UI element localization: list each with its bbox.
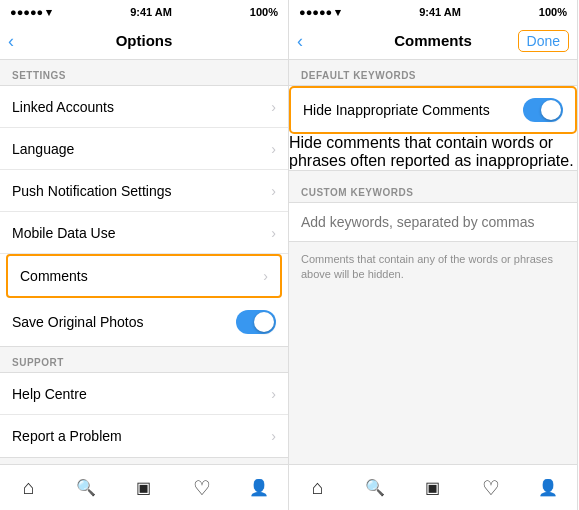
chevron-icon: › <box>271 386 276 402</box>
search-icon: 🔍 <box>76 478 96 497</box>
nav-title-right: Comments <box>394 32 472 49</box>
nav-title-left: Options <box>116 32 173 49</box>
options-panel: ●●●●● ▾ 9:41 AM 100% ‹ Options SETTINGS … <box>0 0 289 510</box>
chevron-icon: › <box>271 183 276 199</box>
default-keywords-section: Hide Inappropriate Comments Hide comment… <box>289 85 577 171</box>
chevron-icon: › <box>263 268 268 284</box>
help-centre-row[interactable]: Help Centre › <box>0 373 288 415</box>
report-problem-row[interactable]: Report a Problem › <box>0 415 288 457</box>
settings-list-support: Help Centre › Report a Problem › <box>0 372 288 458</box>
home-icon: ⌂ <box>23 476 35 499</box>
tab-search-left[interactable]: 🔍 <box>58 465 116 510</box>
hide-inappropriate-row[interactable]: Hide Inappropriate Comments <box>289 86 577 134</box>
back-button-right[interactable]: ‹ <box>297 32 303 50</box>
nav-bar-right: ‹ Comments Done <box>289 22 577 60</box>
chevron-icon: › <box>271 141 276 157</box>
status-bar-left: ●●●●● ▾ 9:41 AM 100% <box>0 0 288 22</box>
comments-content: DEFAULT KEYWORDS Hide Inappropriate Comm… <box>289 60 577 464</box>
keyword-input-field[interactable] <box>301 214 565 230</box>
settings-section-header: SETTINGS <box>0 60 288 85</box>
default-keywords-header: DEFAULT KEYWORDS <box>289 60 577 85</box>
chevron-icon: › <box>271 225 276 241</box>
footer-info: Comments that contain any of the words o… <box>289 242 577 293</box>
hide-inappropriate-toggle[interactable] <box>523 98 563 122</box>
help-centre-label: Help Centre <box>12 386 87 402</box>
tab-profile-right[interactable]: 👤 <box>519 465 577 510</box>
nav-bar-left: ‹ Options <box>0 22 288 60</box>
support-section-header: SUPPORT <box>0 347 288 372</box>
home-icon-right: ⌂ <box>312 476 324 499</box>
camera-icon: ▣ <box>136 478 151 497</box>
save-photos-label: Save Original Photos <box>12 314 144 330</box>
camera-icon-right: ▣ <box>425 478 440 497</box>
linked-accounts-label: Linked Accounts <box>12 99 114 115</box>
chevron-icon: › <box>271 428 276 444</box>
hide-inappropriate-label: Hide Inappropriate Comments <box>303 102 490 118</box>
tab-bar-right: ⌂ 🔍 ▣ ♡ 👤 <box>289 464 577 510</box>
toggle-thumb-right <box>541 100 561 120</box>
comments-label: Comments <box>20 268 88 284</box>
mobile-data-label: Mobile Data Use <box>12 225 116 241</box>
push-notifications-label: Push Notification Settings <box>12 183 172 199</box>
signal-icon: ●●●●● ▾ <box>10 6 52 19</box>
hide-inappropriate-sublabel: Hide comments that contain words or phra… <box>289 134 577 170</box>
status-bar-right: ●●●●● ▾ 9:41 AM 100% <box>289 0 577 22</box>
search-icon-right: 🔍 <box>365 478 385 497</box>
comments-panel: ●●●●● ▾ 9:41 AM 100% ‹ Comments Done DEF… <box>289 0 578 510</box>
tab-home-right[interactable]: ⌂ <box>289 465 347 510</box>
save-photos-row[interactable]: Save Original Photos <box>0 298 288 346</box>
battery-right: 100% <box>539 6 567 18</box>
keyword-input-section <box>289 202 577 242</box>
language-row[interactable]: Language › <box>0 128 288 170</box>
mobile-data-row[interactable]: Mobile Data Use › <box>0 212 288 254</box>
push-notifications-row[interactable]: Push Notification Settings › <box>0 170 288 212</box>
report-problem-label: Report a Problem <box>12 428 122 444</box>
toggle-thumb <box>254 312 274 332</box>
heart-icon: ♡ <box>193 476 211 500</box>
tab-camera-right[interactable]: ▣ <box>404 465 462 510</box>
tab-camera-left[interactable]: ▣ <box>115 465 173 510</box>
time-right: 9:41 AM <box>419 6 461 18</box>
language-label: Language <box>12 141 74 157</box>
settings-list-main: Linked Accounts › Language › Push Notifi… <box>0 85 288 347</box>
back-button-left[interactable]: ‹ <box>8 32 14 50</box>
profile-icon: 👤 <box>249 478 269 497</box>
done-button[interactable]: Done <box>518 30 569 52</box>
battery-left: 100% <box>250 6 278 18</box>
options-content: SETTINGS Linked Accounts › Language › Pu… <box>0 60 288 464</box>
heart-icon-right: ♡ <box>482 476 500 500</box>
comments-row[interactable]: Comments › <box>6 254 282 298</box>
tab-home-left[interactable]: ⌂ <box>0 465 58 510</box>
tab-heart-right[interactable]: ♡ <box>462 465 520 510</box>
tab-bar-left: ⌂ 🔍 ▣ ♡ 👤 <box>0 464 288 510</box>
chevron-icon: › <box>271 99 276 115</box>
linked-accounts-row[interactable]: Linked Accounts › <box>0 86 288 128</box>
tab-heart-left[interactable]: ♡ <box>173 465 231 510</box>
custom-keywords-header: CUSTOM KEYWORDS <box>289 177 577 202</box>
profile-icon-right: 👤 <box>538 478 558 497</box>
save-photos-toggle[interactable] <box>236 310 276 334</box>
tab-search-right[interactable]: 🔍 <box>347 465 405 510</box>
signal-icon-right: ●●●●● ▾ <box>299 6 341 19</box>
time-left: 9:41 AM <box>130 6 172 18</box>
tab-profile-left[interactable]: 👤 <box>230 465 288 510</box>
